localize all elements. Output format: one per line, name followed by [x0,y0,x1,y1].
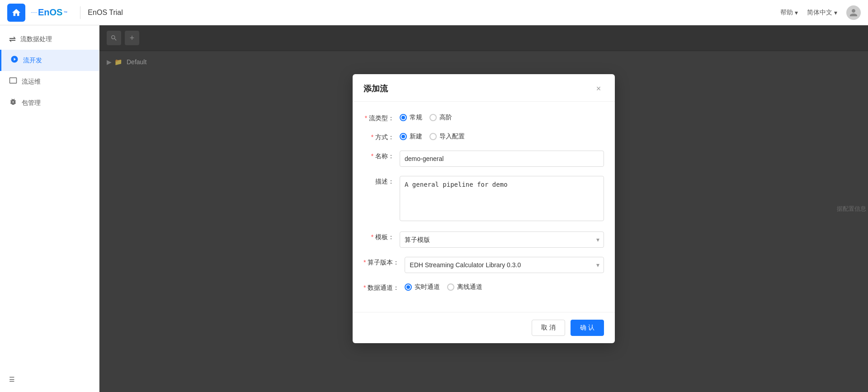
dialog-close-button[interactable]: × [593,83,604,94]
method-row: 方式： 新建 导入配置 [363,132,604,142]
data-channel-control: 实时通道 离线通道 [405,282,604,291]
data-channel-radio-group: 实时通道 离线通道 [405,282,604,291]
data-channel-realtime-radio[interactable] [405,283,412,291]
calculator-version-select-wrapper: EDH Streaming Calculator Library 0.3.0 [405,257,604,273]
name-row: 名称： [363,151,604,167]
calculator-version-control: EDH Streaming Calculator Library 0.3.0 [405,257,604,273]
user-avatar[interactable] [846,5,861,20]
calculator-version-label: 算子版本： [363,257,405,267]
app-logo: ····· EnOS ™ [31,7,67,18]
name-label: 名称： [363,151,400,161]
main-layout: ⇌ 流数据处理 流开发 流运维 包 [0,25,868,392]
calculator-version-select[interactable]: EDH Streaming Calculator Library 0.3.0 [405,257,604,273]
flow-type-advanced[interactable]: 高阶 [429,113,452,122]
data-channel-label: 数据通道： [363,282,405,292]
flow-type-normal-label: 常规 [410,113,422,122]
dialog-footer: 取 消 确 认 [353,312,615,343]
template-select[interactable]: 算子模版 [400,231,604,248]
home-button[interactable] [7,4,25,22]
flow-type-radio-group: 常规 高阶 [400,113,604,122]
flow-type-normal-radio[interactable] [400,114,407,121]
sidebar-item-label: 包管理 [22,99,41,107]
sidebar-collapse-btn[interactable]: ☰ [0,370,99,388]
flow-type-advanced-label: 高阶 [439,113,452,122]
dialog-body: 流类型： 常规 高阶 [353,102,615,312]
sidebar-item-stream-processing[interactable]: ⇌ 流数据处理 [0,29,99,50]
flow-type-label: 流类型： [363,113,400,123]
add-flow-dialog: 添加流 × 流类型： 常规 [353,74,615,343]
dialog-header: 添加流 × [353,74,615,102]
method-new-label: 新建 [410,132,422,141]
flow-type-control: 常规 高阶 [400,113,604,122]
method-import-radio[interactable] [429,133,437,140]
logo-text: EnOS [38,7,62,18]
method-label: 方式： [363,132,400,142]
method-import-label: 导入配置 [439,132,465,141]
sidebar-item-stream-dev[interactable]: 流开发 [0,50,99,71]
stream-ops-icon [9,76,17,87]
description-input[interactable]: A general pipeline for demo [400,176,604,221]
description-label: 描述： [363,176,400,186]
dialog-overlay: 添加流 × 流类型： 常规 [99,25,868,392]
data-channel-realtime[interactable]: 实时通道 [405,283,440,291]
template-label: 模板： [363,231,400,241]
help-menu[interactable]: 帮助 ▾ [780,9,798,17]
header-divider [80,6,80,19]
package-icon [9,98,17,108]
stream-dev-icon [10,55,19,66]
data-channel-row: 数据通道： 实时通道 离线通道 [363,282,604,292]
method-new[interactable]: 新建 [400,132,422,141]
app-header: ····· EnOS ™ EnOS Trial 帮助 ▾ 简体中文 ▾ [0,0,868,25]
flow-type-normal[interactable]: 常规 [400,113,422,122]
header-right: 帮助 ▾ 简体中文 ▾ [780,5,861,20]
method-new-radio[interactable] [400,133,407,140]
sidebar-item-label: 流运维 [22,78,41,86]
method-radio-group: 新建 导入配置 [400,132,604,141]
data-channel-offline-radio[interactable] [447,283,454,291]
name-input[interactable] [400,151,604,167]
sidebar: ⇌ 流数据处理 流开发 流运维 包 [0,25,99,392]
sidebar-item-label: 流数据处理 [20,35,52,43]
cancel-button[interactable]: 取 消 [532,320,565,336]
template-row: 模板： 算子模版 [363,231,604,248]
calculator-version-row: 算子版本： EDH Streaming Calculator Library 0… [363,257,604,273]
template-control: 算子模版 [400,231,604,248]
sidebar-item-stream-ops[interactable]: 流运维 [0,71,99,92]
stream-processing-icon: ⇌ [9,34,16,44]
description-row: 描述： A general pipeline for demo [363,176,604,222]
data-channel-offline-label: 离线通道 [457,283,482,291]
data-channel-realtime-label: 实时通道 [415,283,440,291]
name-control [400,151,604,167]
template-select-wrapper: 算子模版 [400,231,604,248]
flow-type-row: 流类型： 常规 高阶 [363,113,604,123]
data-channel-offline[interactable]: 离线通道 [447,283,482,291]
method-import[interactable]: 导入配置 [429,132,465,141]
confirm-button[interactable]: 确 认 [571,320,604,336]
language-menu[interactable]: 简体中文 ▾ [807,9,837,17]
method-control: 新建 导入配置 [400,132,604,141]
page-title: EnOS Trial [88,9,123,17]
flow-type-advanced-radio[interactable] [429,114,437,121]
sidebar-item-label: 流开发 [23,57,42,65]
description-control: A general pipeline for demo [400,176,604,222]
content-area: + ▶ 📁 Default 据配置信息 添加流 × [99,25,868,392]
sidebar-item-package-mgmt[interactable]: 包管理 [0,92,99,113]
dialog-title: 添加流 [363,83,388,94]
collapse-icon: ☰ [9,376,15,383]
